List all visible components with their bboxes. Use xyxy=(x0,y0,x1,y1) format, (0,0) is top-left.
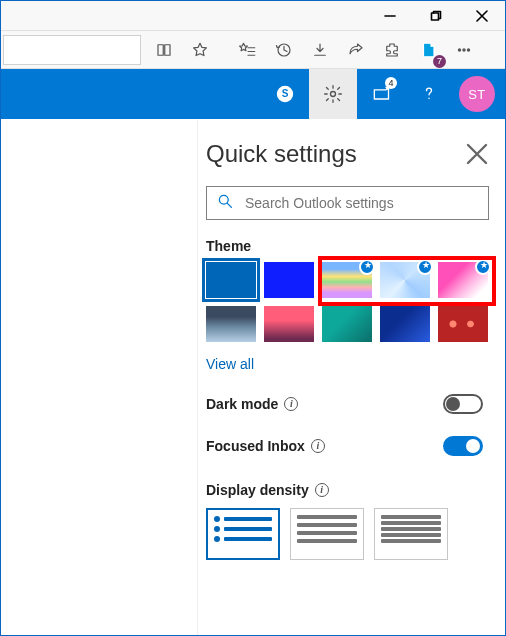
reading-view-icon[interactable] xyxy=(147,33,181,67)
help-button[interactable] xyxy=(405,69,453,119)
user-avatar[interactable]: ST xyxy=(459,76,495,112)
theme-swatch[interactable] xyxy=(438,262,488,298)
density-option[interactable] xyxy=(206,508,280,560)
theme-swatch[interactable] xyxy=(206,262,256,298)
close-panel-button[interactable] xyxy=(465,142,489,166)
theme-swatch[interactable] xyxy=(264,262,314,298)
svg-point-7 xyxy=(331,92,336,97)
premium-star-icon xyxy=(475,259,491,275)
theme-grid xyxy=(206,262,489,342)
theme-swatch[interactable] xyxy=(322,306,372,342)
info-icon[interactable]: i xyxy=(311,439,325,453)
theme-swatch[interactable] xyxy=(380,306,430,342)
notes-badge: 7 xyxy=(433,55,446,68)
settings-search[interactable] xyxy=(206,186,489,220)
svg-point-3 xyxy=(463,48,465,50)
premium-star-icon xyxy=(417,259,433,275)
theme-swatch[interactable] xyxy=(206,306,256,342)
extensions-icon[interactable] xyxy=(375,33,409,67)
quick-settings-panel: Quick settings Theme View all xyxy=(197,120,497,635)
svg-text:S: S xyxy=(282,88,289,99)
theme-swatch[interactable] xyxy=(380,262,430,298)
search-icon xyxy=(217,193,233,213)
window-titlebar xyxy=(1,1,505,31)
avatar-initials: ST xyxy=(468,87,486,102)
downloads-icon[interactable] xyxy=(303,33,337,67)
density-label: Display density i xyxy=(206,482,329,498)
density-option[interactable] xyxy=(374,508,448,560)
feedback-button[interactable]: 4 xyxy=(357,69,405,119)
view-all-themes-link[interactable]: View all xyxy=(206,356,497,372)
window-restore-button[interactable] xyxy=(413,1,459,31)
address-bar[interactable] xyxy=(3,35,141,65)
window-close-button[interactable] xyxy=(459,1,505,31)
density-option[interactable] xyxy=(290,508,364,560)
share-icon[interactable] xyxy=(339,33,373,67)
premium-star-icon xyxy=(359,259,375,275)
skype-button[interactable]: S xyxy=(261,69,309,119)
settings-button[interactable] xyxy=(309,69,357,119)
content-area: Quick settings Theme View all xyxy=(1,120,505,635)
dark-mode-label: Dark mode i xyxy=(206,396,298,412)
theme-swatch[interactable] xyxy=(322,262,372,298)
browser-window: 7 S 4 ST Quick settings xyxy=(0,0,506,636)
focused-inbox-label: Focused Inbox i xyxy=(206,438,325,454)
focused-inbox-toggle[interactable] xyxy=(443,436,483,456)
search-input[interactable] xyxy=(243,194,478,212)
theme-swatch[interactable] xyxy=(438,306,488,342)
info-icon[interactable]: i xyxy=(284,397,298,411)
svg-rect-0 xyxy=(432,13,439,20)
info-icon[interactable]: i xyxy=(315,483,329,497)
favorites-list-icon[interactable] xyxy=(231,33,265,67)
theme-swatch[interactable] xyxy=(264,306,314,342)
mail-area xyxy=(1,120,187,635)
app-header: S 4 ST xyxy=(1,69,505,119)
notes-icon[interactable]: 7 xyxy=(411,33,445,67)
panel-title: Quick settings xyxy=(206,140,357,168)
browser-toolbar: 7 xyxy=(1,31,505,69)
window-minimize-button[interactable] xyxy=(367,1,413,31)
feedback-badge: 4 xyxy=(385,77,397,89)
favorite-star-icon[interactable] xyxy=(183,33,217,67)
svg-point-2 xyxy=(458,48,460,50)
density-options xyxy=(206,508,497,560)
theme-label: Theme xyxy=(206,238,497,254)
svg-point-8 xyxy=(219,195,228,204)
more-menu-icon[interactable] xyxy=(447,33,481,67)
dark-mode-toggle[interactable] xyxy=(443,394,483,414)
history-icon[interactable] xyxy=(267,33,301,67)
svg-point-4 xyxy=(467,48,469,50)
